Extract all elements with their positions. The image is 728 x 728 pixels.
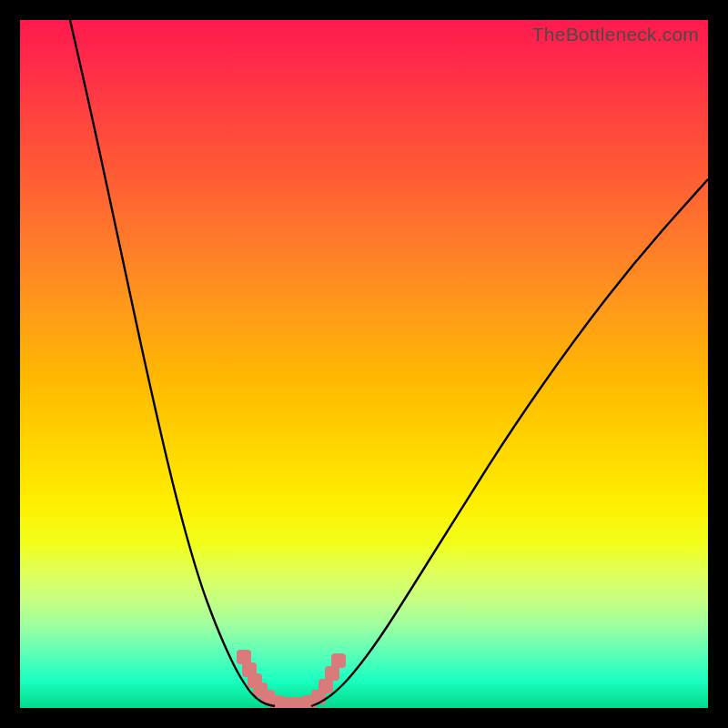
marker-point	[318, 679, 333, 693]
marker-point	[325, 666, 339, 681]
chart-frame: TheBottleneck.com	[20, 20, 708, 708]
markers-group	[237, 650, 346, 708]
right-curve	[311, 179, 708, 706]
marker-point	[237, 650, 251, 664]
marker-point	[331, 653, 346, 668]
chart-svg	[20, 20, 708, 708]
watermark-text: TheBottleneck.com	[532, 24, 699, 46]
left-curve	[70, 20, 275, 706]
